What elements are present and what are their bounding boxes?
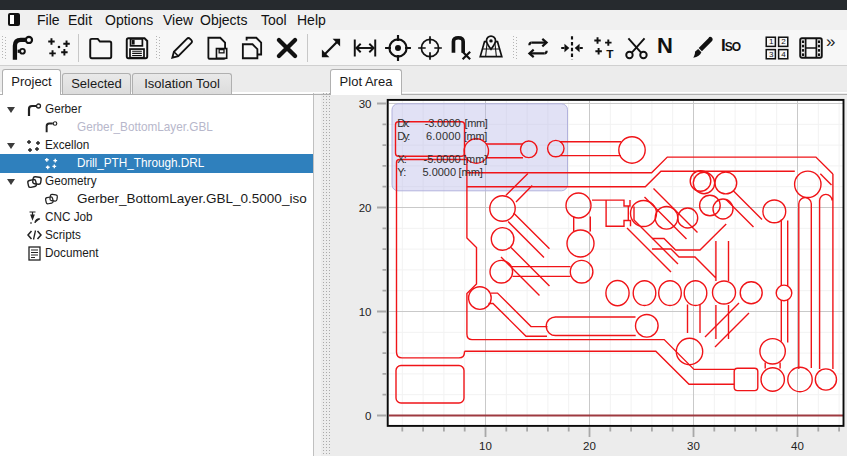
svg-text:Dy:: Dy: [397,130,410,142]
svg-text:[mm]: [mm] [458,166,483,178]
svg-text:10: 10 [359,306,372,318]
svg-text:[mm]: [mm] [463,153,488,165]
svg-text:0: 0 [365,410,371,422]
svg-text:20: 20 [583,440,596,452]
svg-text:30: 30 [687,440,700,452]
svg-text:[mm]: [mm] [464,117,488,129]
svg-text:20: 20 [359,202,372,214]
svg-text:4: 4 [781,50,786,59]
svg-text:1: 1 [769,37,774,46]
svg-text:T: T [606,47,614,61]
svg-text:-5.0000: -5.0000 [424,153,461,165]
svg-text:Dx:: Dx: [397,117,410,129]
svg-text:30: 30 [359,98,372,110]
svg-text:Y:: Y: [397,166,406,178]
svg-text:5.0000: 5.0000 [423,166,457,178]
svg-text:3: 3 [769,50,774,59]
svg-text:10: 10 [479,440,492,452]
svg-text:6.0000: 6.0000 [426,130,461,142]
svg-text:40: 40 [791,440,804,452]
svg-text:2: 2 [781,37,786,46]
svg-text:-3.0000: -3.0000 [425,117,461,129]
svg-text:[mm]: [mm] [464,130,488,142]
svg-text:X:: X: [397,153,407,165]
